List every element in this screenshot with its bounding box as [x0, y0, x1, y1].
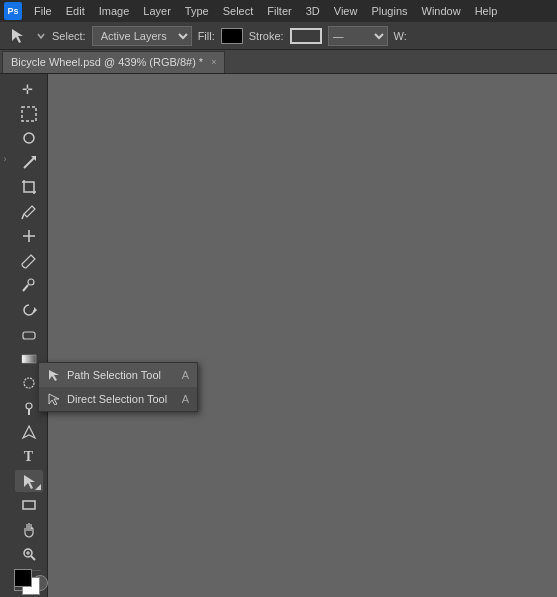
- menu-layer[interactable]: Layer: [137, 3, 177, 19]
- menu-type[interactable]: Type: [179, 3, 215, 19]
- hand-tool-btn[interactable]: [15, 519, 43, 541]
- toolbar: ✛: [10, 74, 48, 597]
- menu-plugins[interactable]: Plugins: [365, 3, 413, 19]
- selection-tool-btn[interactable]: [15, 102, 43, 124]
- svg-marker-22: [49, 370, 59, 381]
- brush-tool-btn[interactable]: [15, 249, 43, 271]
- magic-wand-btn[interactable]: [15, 151, 43, 173]
- tool-flyout-menu: Path Selection Tool A Direct Selection T…: [38, 362, 198, 412]
- history-brush-btn[interactable]: [15, 298, 43, 320]
- menu-window[interactable]: Window: [416, 3, 467, 19]
- zoom-tool-btn[interactable]: [15, 543, 43, 565]
- select-label: Select:: [52, 30, 86, 42]
- svg-rect-11: [23, 332, 35, 339]
- ps-logo: Ps: [4, 2, 22, 20]
- menu-edit[interactable]: Edit: [60, 3, 91, 19]
- svg-rect-2: [22, 107, 36, 121]
- stroke-color-box[interactable]: [290, 28, 322, 44]
- menu-bar: Ps File Edit Image Layer Type Select Fil…: [0, 0, 557, 22]
- direct-selection-tool-menu-item[interactable]: Direct Selection Tool A: [39, 387, 197, 411]
- menu-filter[interactable]: Filter: [261, 3, 297, 19]
- stroke-size-dropdown[interactable]: —: [328, 26, 388, 46]
- options-bar: Select: Active LayersAll LayersCurrent L…: [0, 22, 557, 50]
- menu-view[interactable]: View: [328, 3, 364, 19]
- panel-collapse-arrow[interactable]: ›: [0, 74, 10, 597]
- path-selection-icon: [47, 368, 61, 382]
- svg-marker-23: [49, 394, 59, 405]
- svg-point-14: [26, 403, 32, 409]
- path-selection-shortcut: A: [182, 369, 189, 381]
- fill-color-box[interactable]: [221, 28, 243, 44]
- svg-text:✛: ✛: [22, 82, 33, 97]
- document-tab[interactable]: Bicycle Wheel.psd @ 439% (RGB/8#) * ×: [2, 51, 225, 73]
- tab-bar: Bicycle Wheel.psd @ 439% (RGB/8#) * ×: [0, 50, 557, 74]
- stroke-label: Stroke:: [249, 30, 284, 42]
- menu-select[interactable]: Select: [217, 3, 260, 19]
- tab-title: Bicycle Wheel.psd @ 439% (RGB/8#) *: [11, 56, 203, 68]
- svg-marker-10: [34, 307, 37, 313]
- svg-line-4: [24, 158, 34, 168]
- text-tool-btn[interactable]: T: [15, 445, 43, 467]
- lasso-tool-btn[interactable]: [15, 127, 43, 149]
- move-tool-btn[interactable]: ✛: [15, 78, 43, 100]
- path-selection-tool-menu-item[interactable]: Path Selection Tool A: [39, 363, 197, 387]
- clone-stamp-btn[interactable]: [15, 274, 43, 296]
- menu-file[interactable]: File: [28, 3, 58, 19]
- svg-point-3: [24, 133, 34, 143]
- crop-tool-btn[interactable]: [15, 176, 43, 198]
- svg-point-9: [28, 279, 34, 285]
- tab-close-button[interactable]: ×: [211, 57, 216, 67]
- svg-rect-12: [22, 355, 36, 363]
- path-selection-tool-btn[interactable]: [15, 470, 43, 492]
- svg-rect-17: [23, 501, 35, 509]
- tool-option-arrows: [36, 31, 46, 41]
- direct-selection-icon: [47, 392, 61, 406]
- w-label: W:: [394, 30, 407, 42]
- menu-image[interactable]: Image: [93, 3, 136, 19]
- pen-tool-btn[interactable]: [15, 421, 43, 443]
- direct-selection-tool-label: Direct Selection Tool: [67, 393, 176, 405]
- svg-line-19: [31, 556, 35, 560]
- canvas-content: [48, 74, 557, 597]
- fill-label: Fill:: [198, 30, 215, 42]
- healing-brush-btn[interactable]: [15, 225, 43, 247]
- shape-tool-btn[interactable]: [15, 494, 43, 516]
- svg-line-6: [22, 214, 24, 219]
- svg-point-13: [24, 378, 34, 388]
- direct-selection-shortcut: A: [182, 393, 189, 405]
- select-dropdown[interactable]: Active LayersAll LayersCurrent Layer: [92, 26, 192, 46]
- eyedropper-tool-btn[interactable]: [15, 200, 43, 222]
- foreground-color-swatch[interactable]: [14, 569, 32, 587]
- eraser-tool-btn[interactable]: [15, 323, 43, 345]
- menu-help[interactable]: Help: [469, 3, 504, 19]
- path-selection-tool-label: Path Selection Tool: [67, 369, 176, 381]
- svg-marker-0: [12, 29, 23, 43]
- canvas-area: [48, 74, 557, 597]
- menu-3d[interactable]: 3D: [300, 3, 326, 19]
- main-layout: › ✛: [0, 74, 557, 597]
- svg-marker-16: [24, 475, 35, 489]
- current-tool-icon[interactable]: [6, 24, 30, 48]
